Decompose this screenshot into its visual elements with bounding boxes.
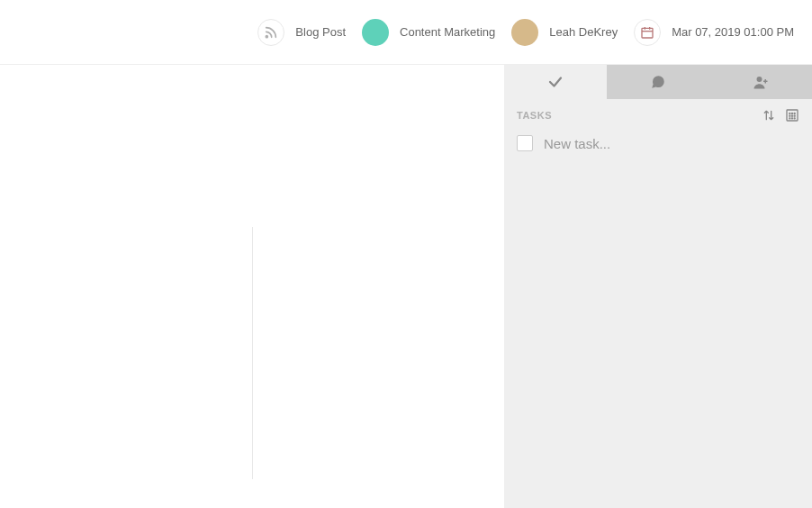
content-divider	[252, 227, 253, 479]
template-icon[interactable]	[785, 108, 799, 122]
tab-team[interactable]	[709, 65, 812, 99]
check-icon	[547, 74, 564, 90]
side-panel: TASKS	[504, 65, 812, 508]
svg-point-5	[757, 77, 762, 82]
header-bar: Blog Post Content Marketing Leah DeKrey …	[0, 0, 812, 65]
main-area: TASKS	[0, 65, 812, 508]
svg-point-12	[789, 115, 790, 116]
author-avatar	[511, 19, 538, 46]
svg-point-14	[794, 115, 795, 116]
new-task-row	[504, 128, 812, 159]
comment-icon	[650, 74, 666, 90]
svg-point-9	[789, 113, 790, 113]
schedule-label: Mar 07, 2019 01:00 PM	[672, 25, 794, 39]
tab-comments[interactable]	[607, 65, 709, 99]
category-label: Content Marketing	[400, 25, 495, 39]
svg-point-11	[794, 113, 795, 113]
tab-tasks[interactable]	[504, 65, 607, 99]
calendar-icon	[634, 19, 661, 46]
svg-point-10	[791, 113, 792, 113]
tasks-panel-controls	[762, 108, 799, 122]
svg-point-0	[266, 35, 268, 37]
tasks-title: TASKS	[517, 110, 552, 121]
post-type-pill[interactable]: Blog Post	[257, 19, 346, 46]
person-add-icon	[753, 74, 769, 90]
svg-point-13	[791, 115, 792, 116]
svg-point-17	[794, 118, 795, 119]
schedule-pill[interactable]: Mar 07, 2019 01:00 PM	[634, 19, 794, 46]
post-type-label: Blog Post	[295, 25, 346, 39]
sort-icon[interactable]	[762, 108, 776, 122]
new-task-input[interactable]	[544, 136, 799, 151]
tasks-panel-header: TASKS	[504, 99, 812, 128]
svg-rect-1	[642, 28, 653, 38]
side-panel-tabs	[504, 65, 812, 99]
content-area[interactable]	[0, 65, 504, 508]
svg-point-15	[789, 118, 790, 119]
new-task-checkbox[interactable]	[517, 135, 533, 151]
category-color-dot	[362, 19, 389, 46]
author-label: Leah DeKrey	[549, 25, 618, 39]
author-pill[interactable]: Leah DeKrey	[511, 19, 618, 46]
rss-icon	[257, 19, 284, 46]
svg-point-16	[791, 118, 792, 119]
category-pill[interactable]: Content Marketing	[362, 19, 495, 46]
